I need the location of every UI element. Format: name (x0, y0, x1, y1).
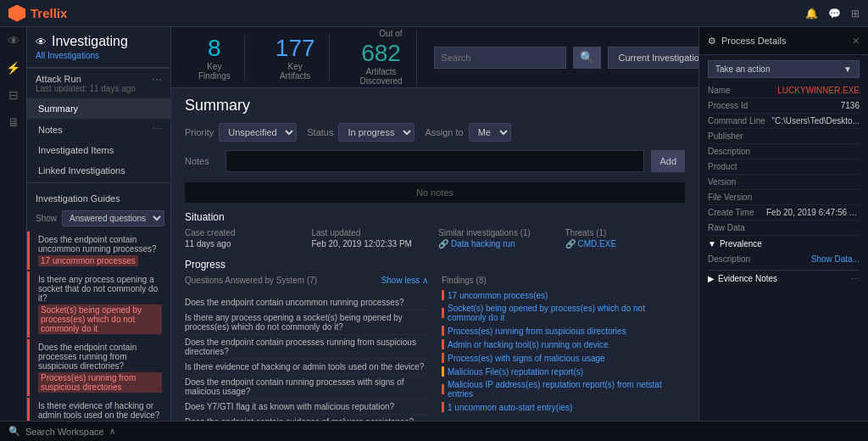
finding-2: Process(es) running from suspicious dire… (442, 324, 685, 338)
notes-input[interactable] (225, 150, 644, 172)
panel-row-publisher: Publisher (708, 129, 860, 144)
panel-close-button[interactable]: × (853, 34, 860, 47)
link-icon: 🔗 (438, 239, 448, 248)
key-findings-stat: 8 Key Findings (185, 35, 245, 81)
guide-answer-0: 17 uncommon processes (38, 255, 138, 266)
monitor-icon[interactable]: 🖥 (8, 115, 19, 129)
all-investigations-link[interactable]: All Investigations (36, 51, 162, 60)
guide-item-2[interactable]: Does the endpoint contain processes runn… (27, 339, 170, 396)
sidebar-item-notes[interactable]: Notes ⋯ (27, 119, 170, 140)
finding-link-6[interactable]: Malicious IP address(es) reputation repo… (448, 380, 685, 399)
search-workspace-icon: 🔍 (8, 426, 20, 437)
sidebar-nav: Summary Notes ⋯ Investigated Items Linke… (27, 98, 170, 181)
sidebar-item-summary[interactable]: Summary (27, 98, 170, 119)
sidebar-item-investigated-items[interactable]: Investigated Items (27, 140, 170, 160)
finding-5: Malicious File(s) reputation report(s) (442, 365, 685, 378)
cmdline-label: Command Line (708, 116, 765, 126)
question-0: Does the endpoint contain uncommon runni… (185, 295, 428, 310)
show-data-link[interactable]: Show Data... (811, 254, 860, 264)
progress-label: Progress (185, 259, 685, 271)
notifications-icon[interactable]: 🔔 (805, 8, 818, 20)
create-time-label: Create Time (708, 208, 754, 217)
guide-answer-2: Process(es) running from suspicious dire… (38, 372, 162, 393)
key-artifacts-stat: 177 Key Artifacts (262, 35, 330, 81)
artifacts-discovered-stat: Out of 682 Artifacts Discovered (347, 29, 417, 86)
status-group: Status In progress (307, 123, 415, 142)
assign-to-select[interactable]: Me (469, 123, 511, 142)
finding-link-1[interactable]: Socket(s) being opened by process(es) wh… (448, 304, 685, 322)
finding-link-3[interactable]: Admin or hacking tool(s) running on devi… (448, 340, 609, 349)
raw-data-label: Raw Data (708, 223, 745, 232)
search-button[interactable]: 🔍 (573, 47, 601, 69)
findings-list: 17 uncommon process(es) Socket(s) being … (442, 288, 685, 414)
evidence-notes-section[interactable]: ▶ Evidence Notes ⋯ (708, 270, 860, 287)
chat-icon[interactable]: 💬 (828, 8, 841, 20)
assign-to-label: Assign to (425, 127, 463, 137)
panel-row-version: Version (708, 175, 860, 190)
finding-0: 17 uncommon process(es) (442, 288, 685, 302)
guide-item-0[interactable]: Does the endpoint contain uncommon runni… (27, 232, 170, 270)
sidebar-item-linked-investigations[interactable]: Linked Investigations (27, 160, 170, 181)
finding-link-4[interactable]: Process(es) with signs of malicious usag… (448, 354, 605, 363)
apps-icon[interactable]: ⊞ (851, 8, 860, 20)
search-input[interactable] (434, 47, 566, 69)
activity-icon[interactable]: ⚡ (6, 61, 20, 75)
bottom-bar: 🔍 Search Workspace ∧ (0, 421, 868, 441)
similar-investigations-link-text: Data hacking run (451, 239, 515, 248)
guide-item-1[interactable]: Is there any process opening a socket th… (27, 271, 170, 338)
prevalence-desc-label: Description (708, 254, 750, 264)
search-workspace-button[interactable]: 🔍 Search Workspace ∧ (8, 426, 115, 437)
notes-menu-icon[interactable]: ⋯ (153, 124, 162, 135)
guide-question-0: Does the endpoint contain uncommon runni… (38, 235, 162, 254)
chevron-up-icon: ∧ (109, 427, 115, 436)
show-label: Show (36, 214, 57, 223)
similar-investigations-link[interactable]: 🔗 Data hacking run (438, 239, 559, 248)
guide-item-3[interactable]: Is there evidence of hacking or admin to… (27, 398, 170, 421)
prevalence-description-row: Description Show Data... (708, 252, 860, 266)
pid-value: 7136 (841, 101, 860, 110)
finding-bar-3 (442, 339, 444, 349)
gear-icon: ⚙ (708, 36, 716, 47)
evidence-collapse-icon: ▶ (708, 274, 715, 283)
summary-nav-label: Summary (38, 103, 78, 114)
investigation-dropdown[interactable]: Current Investigation (608, 47, 698, 69)
prevalence-section[interactable]: ▼ Prevalence (708, 236, 860, 252)
no-notes-text: No notes (185, 182, 685, 203)
questions-list: Does the endpoint contain uncommon runni… (185, 295, 428, 421)
panel-header: ⚙ Process Details × (699, 27, 868, 55)
show-select[interactable]: Answered questions (62, 210, 164, 226)
threats-link[interactable]: 🔗 CMD.EXE (565, 239, 686, 248)
evidence-menu-icon[interactable]: ⋯ (851, 274, 860, 283)
finding-bar-2 (442, 326, 444, 336)
file-version-label: File Version (708, 193, 752, 202)
finding-3: Admin or hacking tool(s) running on devi… (442, 338, 685, 351)
panel-row-file-version: File Version (708, 190, 860, 205)
finding-link-7[interactable]: 1 uncommon auto-start entry(ies) (448, 403, 572, 412)
product-label: Product (708, 162, 737, 171)
table-icon[interactable]: ⊟ (8, 88, 19, 102)
eye-icon[interactable]: 👁 (8, 34, 19, 47)
finding-link-5[interactable]: Malicious File(s) reputation report(s) (448, 367, 583, 377)
finding-bar-0 (442, 290, 444, 300)
linked-investigations-label: Linked Investigations (38, 165, 125, 176)
eye-sidebar-icon: 👁 (36, 36, 47, 48)
attack-run-header: Attack Run Last updated: 11 days ago ⋯ (27, 68, 170, 98)
process-panel: ⚙ Process Details × Take an action ▼ Nam… (698, 27, 868, 421)
finding-7: 1 uncommon auto-start entry(ies) (442, 400, 685, 414)
panel-action-dropdown[interactable]: Take an action ▼ (708, 60, 860, 78)
priority-select[interactable]: Unspecified (219, 123, 297, 142)
name-value: LUCKYWINNER.EXE (777, 86, 860, 95)
search-workspace-label: Search Workspace (25, 427, 104, 437)
last-updated-value: Feb 20, 2019 12:02:33 PM (312, 239, 432, 248)
finding-bar-6 (442, 384, 444, 394)
notes-label: Notes (185, 156, 219, 166)
status-select[interactable]: In progress (338, 123, 415, 142)
attack-run-menu-icon[interactable]: ⋯ (152, 74, 162, 86)
guide-answer-1: Socket(s) being opened by process(es) wh… (38, 304, 162, 334)
notes-add-button[interactable]: Add (651, 150, 685, 172)
show-less-link[interactable]: Show less ∧ (381, 276, 428, 292)
investigation-guides-section[interactable]: Investigation Guides (27, 190, 170, 207)
finding-link-0[interactable]: 17 uncommon process(es) (448, 291, 548, 300)
similar-investigations-label: Similar investigations (1) (438, 228, 559, 237)
finding-link-2[interactable]: Process(es) running from suspicious dire… (448, 327, 626, 336)
